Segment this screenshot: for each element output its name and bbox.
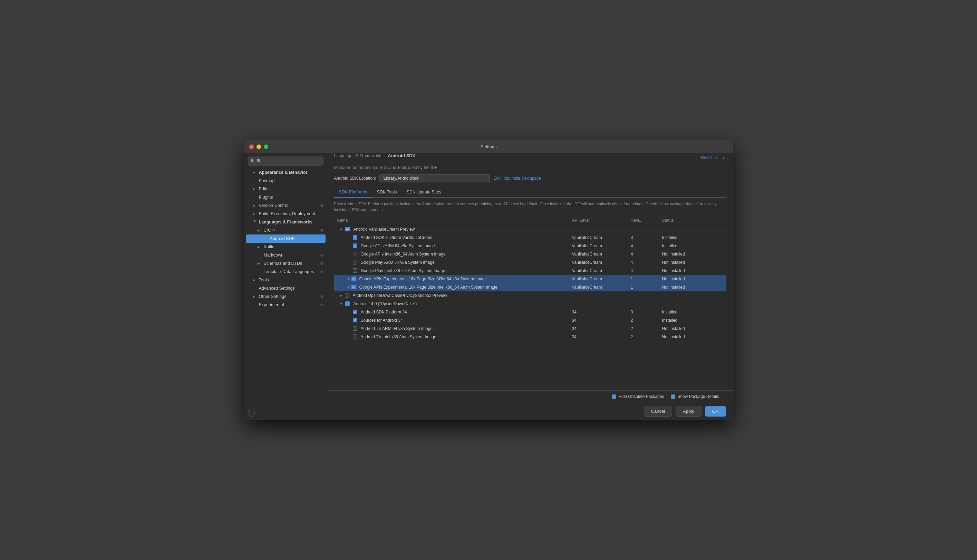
row-checkbox[interactable] (353, 268, 357, 273)
sidebar-item-appearance[interactable]: ▶ Appearance & Behavior (244, 168, 327, 177)
sidebar-item-template-data[interactable]: ▶ Template Data Languages ⚙ (244, 268, 327, 276)
sidebar-item-build-execution[interactable]: ▶ Build, Execution, Deployment (244, 210, 327, 218)
table-row: ▶Android UpsideDownCakePrivacySandbox Pr… (334, 292, 726, 300)
arrow-icon: ▶ (253, 220, 256, 224)
row-name-text: Android SDK Platform VanillaIceCream (361, 235, 433, 240)
sidebar-item-label: Schemas and DTDs (264, 261, 303, 266)
sidebar-item-label: Appearance & Behavior (259, 170, 308, 175)
row-checkbox[interactable] (351, 277, 356, 281)
row-api-level: VanillaIceCream (569, 250, 628, 258)
row-checkbox[interactable] (345, 293, 350, 298)
row-name-cell: Google Play ARM 64 v8a System Image (334, 258, 569, 267)
sidebar-item-editor[interactable]: ▶ Editor (244, 185, 327, 193)
sidebar-item-schemas-dtds[interactable]: ▶ Schemas and DTDs ⚙ (244, 259, 327, 268)
sidebar-item-label: C/C++ (264, 228, 276, 233)
close-button[interactable] (249, 145, 254, 149)
row-checkbox[interactable] (353, 260, 357, 265)
row-api-level: VanillaIceCream (569, 283, 628, 292)
search-input[interactable] (248, 157, 323, 165)
back-button[interactable]: ‹ (714, 154, 719, 162)
sidebar-item-android-sdk[interactable]: ▶ Android SDK (246, 235, 326, 243)
ok-button[interactable]: OK (705, 406, 726, 417)
row-name-cell: Sources for Android 34 (334, 316, 569, 325)
show-package-details-checkbox[interactable] (671, 395, 675, 399)
row-api-level: 34 (569, 333, 628, 341)
row-status: Installed (659, 316, 726, 325)
edit-button[interactable]: Edit (494, 176, 500, 181)
row-checkbox[interactable] (353, 243, 357, 248)
row-name-cell: ⬇Google APIs Experimental 16k Page Size … (334, 283, 569, 292)
help-button[interactable]: ? (248, 410, 255, 417)
arrow-icon: ▶ (258, 228, 262, 232)
sidebar-item-tools[interactable]: ▶ Tools (244, 276, 327, 284)
expand-arrow[interactable]: ▶ (340, 294, 342, 297)
search-icon: 🔍 (250, 159, 255, 163)
row-checkbox[interactable] (353, 335, 357, 339)
window-title: Settings (480, 144, 497, 149)
row-checkbox[interactable] (353, 310, 357, 314)
cancel-button[interactable]: Cancel (644, 406, 672, 417)
row-checkbox[interactable] (353, 252, 357, 256)
settings-icon: ⚙ (320, 303, 323, 307)
row-status: Not installed (659, 275, 726, 283)
row-checkbox[interactable] (351, 285, 356, 289)
row-checkbox[interactable] (345, 227, 350, 232)
row-checkbox[interactable] (353, 326, 357, 331)
table-row: Android TV Intel x86 Atom System Image34… (334, 333, 726, 341)
sidebar-item-languages-frameworks[interactable]: ▶ Languages & Frameworks (244, 218, 327, 226)
forward-button[interactable]: › (721, 154, 726, 162)
maximize-button[interactable] (264, 145, 268, 149)
settings-icon: ⚙ (320, 295, 323, 299)
tab-sdk-update-sites[interactable]: SDK Update Sites (402, 187, 447, 198)
row-name-cell: Android SDK Platform VanillaIceCream (334, 233, 569, 242)
settings-window: Settings 🔍 ▶ Appearance & Behavior ▶ Key… (244, 140, 733, 420)
row-status (659, 300, 726, 308)
expand-arrow[interactable]: ▼ (340, 302, 343, 305)
row-checkbox[interactable] (353, 318, 357, 322)
sidebar-item-version-control[interactable]: ▶ Version Control ⚙ (244, 202, 327, 210)
row-status: Installed (659, 308, 726, 316)
row-name-text: Google Play ARM 64 v8a System Image (361, 260, 435, 265)
row-api-level (569, 225, 628, 233)
titlebar: Settings (244, 140, 733, 153)
row-revision: 4 (628, 258, 659, 267)
arrow-icon: ▶ (258, 245, 262, 248)
tab-sdk-tools[interactable]: SDK Tools (372, 187, 402, 198)
expand-arrow[interactable]: ▼ (340, 228, 343, 231)
sidebar-item-plugins[interactable]: ▶ Plugins (244, 193, 327, 202)
show-package-details-checkbox-item[interactable]: Show Package Details (671, 394, 719, 399)
sidebar-item-label: Other Settings (259, 294, 286, 299)
arrow-icon: ▶ (253, 212, 257, 215)
row-api-level: 34 (569, 308, 628, 316)
hide-obsolete-checkbox-item[interactable]: Hide Obsolete Packages (612, 394, 664, 399)
minimize-button[interactable] (256, 145, 261, 149)
settings-icon: ⚙ (320, 253, 323, 258)
arrow-icon: ▶ (253, 295, 257, 298)
sidebar-item-advanced-settings[interactable]: ▶ Advanced Settings (244, 284, 327, 292)
reset-button[interactable]: Reset (701, 155, 711, 160)
settings-icon: ⚙ (320, 270, 323, 274)
arrow-icon: ▶ (253, 278, 257, 282)
apply-button[interactable]: Apply (676, 406, 701, 417)
sidebar-item-cpp[interactable]: ▶ C/C++ ⚙ (244, 226, 327, 235)
hide-obsolete-checkbox[interactable] (612, 395, 616, 399)
row-revision: 4 (628, 267, 659, 275)
sdk-table: Name API Level Revi... Status ▼Android V… (334, 216, 726, 341)
sidebar-item-keymap[interactable]: ▶ Keymap (244, 177, 327, 185)
row-checkbox[interactable] (353, 235, 357, 240)
sidebar-item-markdown[interactable]: ▶ Markdown ⚙ (244, 251, 327, 259)
table-row: Android TV ARM 64 v8a System Image342Not… (334, 325, 726, 333)
sidebar-item-experimental[interactable]: ▶ Experimental ⚙ (244, 301, 327, 309)
sidebar-item-kotlin[interactable]: ▶ Kotlin (244, 243, 327, 251)
row-checkbox[interactable] (345, 302, 350, 306)
row-api-level: VanillaIceCream (569, 233, 628, 242)
table-row: Google APIs ARM 64 v8a System ImageVanil… (334, 242, 726, 250)
optimize-button[interactable]: Optimize disk space (504, 176, 541, 181)
sidebar-item-label: Plugins (259, 195, 273, 200)
search-container: 🔍 (244, 153, 327, 168)
nav-arrows: ‹ › (714, 154, 726, 162)
tab-sdk-platforms[interactable]: SDK Platforms (334, 187, 372, 198)
sdk-location-input[interactable] (380, 174, 490, 182)
sidebar-item-other-settings[interactable]: ▶ Other Settings ⚙ (244, 292, 327, 301)
row-api-level (569, 300, 628, 308)
